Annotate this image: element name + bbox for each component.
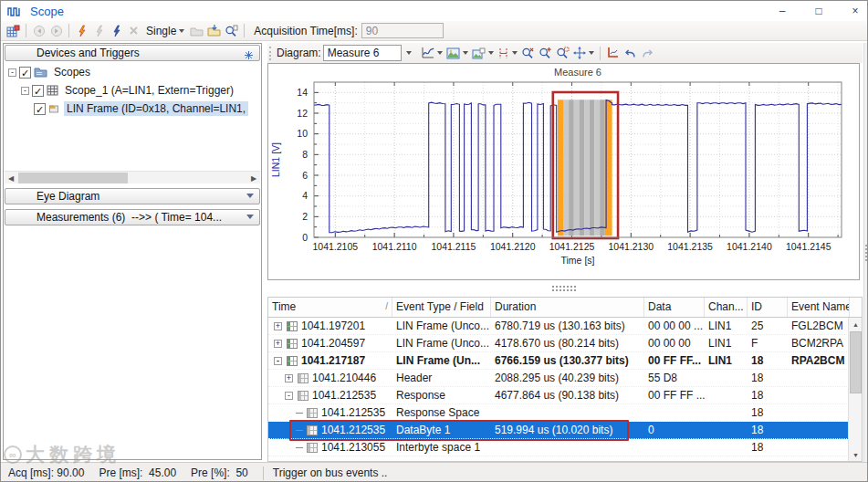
diagram-select-caret[interactable]	[402, 45, 413, 61]
cell-event-name: BCM2RPA	[788, 337, 850, 350]
status-divider	[263, 466, 264, 480]
table-row[interactable]: -1041.212535Response4677.864 us (90.138 …	[268, 387, 862, 404]
field-row-icon	[298, 373, 309, 383]
tree-checkbox[interactable]: ✓	[32, 85, 44, 97]
cell-duration: 4677.864 us (90.138 bits)	[491, 389, 644, 402]
device-tree: -✓Scopes-✓Scope_1 (A=LIN1, Extern=Trigge…	[5, 63, 260, 171]
svg-text:LIN1 [V]: LIN1 [V]	[270, 142, 281, 177]
collapse-icon[interactable]: -	[21, 87, 29, 95]
single-mode-label: Single	[146, 25, 176, 37]
pan-icon[interactable]	[571, 44, 596, 62]
tree-item[interactable]: -✓Scope_1 (A=LIN1, Extern=Trigger)	[5, 81, 260, 100]
chart-table-splitter[interactable]	[267, 281, 860, 296]
cell-id: 18	[748, 424, 788, 436]
cell-time: 1041.213055	[268, 441, 392, 454]
close-button[interactable]: ×	[849, 5, 862, 17]
scroll-left-icon[interactable]: ◀	[5, 172, 17, 184]
svg-text:1041.2125: 1041.2125	[549, 241, 595, 252]
undo-icon[interactable]	[622, 44, 639, 62]
cell-time: +1041.204597	[268, 337, 392, 350]
svg-text:1041.2120: 1041.2120	[490, 241, 536, 252]
tree-item-label[interactable]: Scopes	[51, 65, 93, 79]
scroll-down-icon[interactable]: ▼	[849, 448, 863, 461]
zoom-region-icon[interactable]	[554, 44, 571, 62]
collapse-icon[interactable]: -	[274, 357, 282, 365]
field-row-icon	[307, 408, 318, 418]
tree-checkbox[interactable]: ✓	[19, 67, 31, 79]
table-row[interactable]: 1041.212535Response Space18	[268, 404, 862, 422]
expand-icon[interactable]: +	[274, 340, 282, 348]
collapse-icon[interactable]: -	[285, 392, 293, 400]
export-image-icon[interactable]	[444, 44, 470, 62]
scroll-right-icon[interactable]: ▶	[247, 172, 260, 184]
zoom-out-icon[interactable]	[519, 44, 537, 62]
chevron-down-icon	[246, 194, 254, 198]
table-row[interactable]: +1041.197201LIN Frame (Unco...6780.719 u…	[268, 318, 862, 335]
single-mode-dropdown[interactable]: Single	[142, 22, 188, 40]
tree-checkbox[interactable]: ✓	[34, 103, 46, 115]
stop-icon	[125, 22, 142, 40]
copy-image-icon[interactable]	[470, 44, 496, 62]
table-row[interactable]: 1041.213055Interbyte space 118	[268, 439, 862, 456]
scrollbar-thumb[interactable]	[18, 173, 128, 183]
page-right-icon	[47, 22, 65, 40]
scope-window: { "window": { "title": "Scope", "minimiz…	[0, 0, 868, 482]
trigger-force-icon[interactable]	[108, 22, 125, 40]
trigger-single-icon[interactable]	[73, 22, 90, 40]
cell-data: 00 00 00 ...	[644, 320, 705, 332]
tree-item[interactable]: ✓LIN Frame (ID=0x18, Channel=LIN1,	[5, 100, 260, 118]
scroll-up-icon[interactable]: ▲	[849, 318, 863, 330]
column-header-id[interactable]: ID	[748, 298, 788, 317]
svg-text:6: 6	[302, 170, 308, 181]
frame-row-icon	[287, 356, 298, 366]
toolbar-separator	[26, 24, 26, 37]
pin-icon[interactable]	[245, 49, 253, 62]
column-header-data[interactable]: Data	[644, 298, 705, 317]
tree-connector	[296, 413, 303, 414]
table-row[interactable]: -1041.217187LIN Frame (Un...6766.159 us …	[268, 352, 862, 370]
column-header-duration[interactable]: Duration	[491, 298, 644, 317]
time-value: 1041.212535	[312, 389, 376, 402]
diagram-select[interactable]: Measure 6	[323, 45, 402, 61]
toolbar-grip[interactable]	[269, 47, 272, 60]
plot-type-icon[interactable]	[419, 44, 444, 62]
cell-duration: 6766.159 us (130.377 bits)	[491, 354, 644, 367]
tree-item-label[interactable]: LIN Frame (ID=0x18, Channel=LIN1,	[64, 101, 248, 116]
svg-text:0: 0	[302, 232, 308, 243]
expand-icon[interactable]: +	[285, 374, 293, 382]
trigger-repeat-icon	[90, 22, 108, 40]
expand-icon[interactable]: +	[274, 322, 282, 330]
search-report-icon[interactable]	[223, 22, 240, 40]
scrollbar-thumb[interactable]	[850, 331, 862, 393]
table-row[interactable]: 1041.212535DataByte 1519.994 us (10.020 …	[268, 422, 862, 439]
column-header-time[interactable]: Time/	[268, 298, 392, 317]
measurements-bar[interactable]: Measurements (6) -->> ( Time= 104...	[5, 209, 260, 225]
field-row-icon	[298, 391, 309, 401]
run-measurement-icon[interactable]	[5, 22, 22, 40]
acquisition-time-input[interactable]	[361, 23, 444, 38]
waveform-chart[interactable]: Measure 61041.21051041.21101041.21151041…	[268, 64, 859, 279]
zoom-in-icon[interactable]	[537, 44, 554, 62]
maximize-button[interactable]: □	[812, 5, 825, 17]
table-vertical-scrollbar[interactable]: ▲ ▼	[848, 318, 862, 461]
right-splitter[interactable]	[863, 43, 868, 462]
tree-item-label[interactable]: Scope_1 (A=LIN1, Extern=Trigger)	[62, 83, 236, 98]
cursor-icon[interactable]	[496, 44, 519, 62]
table-row[interactable]: +1041.210446Header2088.295 us (40.239 bi…	[268, 370, 862, 387]
table-row[interactable]: +1041.204597LIN Frame (Unco...4178.670 u…	[268, 335, 862, 352]
devices-and-triggers-header[interactable]: Devices and Triggers	[5, 45, 260, 61]
reset-axes-icon[interactable]	[604, 44, 622, 62]
column-header-event-name[interactable]: Event Name	[788, 298, 850, 317]
tree-item[interactable]: -✓Scopes	[5, 63, 260, 81]
eye-diagram-bar[interactable]: Eye Diagram	[5, 188, 260, 204]
collapse-icon[interactable]: -	[8, 68, 16, 77]
svg-text:Measure 6: Measure 6	[554, 67, 601, 78]
export-icon[interactable]	[205, 22, 223, 40]
eye-diagram-label: Eye Diagram	[37, 190, 99, 203]
cell-event-type: Response	[392, 389, 491, 402]
tree-horizontal-scrollbar[interactable]: ◀ ▶	[5, 171, 260, 183]
cell-data: 00 FF FF ...	[644, 389, 705, 402]
column-header-chan-[interactable]: Chan...	[705, 298, 748, 317]
column-header-event-type-field[interactable]: Event Type / Field	[392, 298, 491, 317]
minimize-button[interactable]: –	[776, 5, 789, 17]
